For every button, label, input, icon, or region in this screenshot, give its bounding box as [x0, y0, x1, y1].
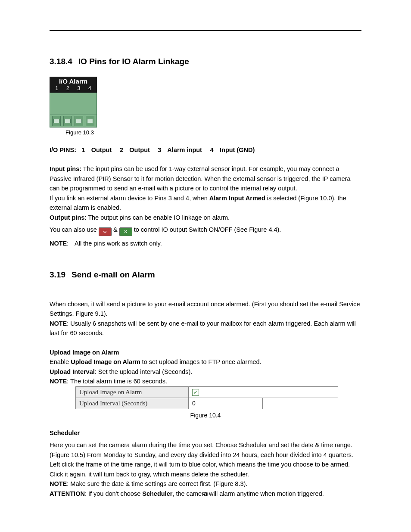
note-text: : The total alarm time is 60 seconds. [67, 378, 167, 385]
io-pin-num: 3 [77, 85, 80, 91]
upload-interval-value-cell [189, 398, 263, 409]
top-rule [50, 30, 361, 31]
io-pins-definition: I/O PINS: 1 Output 2 Output 3 Alarm inpu… [50, 145, 361, 155]
link-pre: If you link an external alarm device to … [50, 195, 209, 202]
section-number: 3.19 [50, 270, 65, 280]
io-pin-num: 2 [66, 85, 69, 91]
io-alarm-connector-body [50, 93, 97, 115]
output-pins-paragraph: Output pins: The output pins can be enab… [50, 213, 361, 222]
io-pins-label: I/O PINS: [50, 146, 76, 153]
io-pin-num: 1 [55, 85, 58, 91]
io-pins-items: 1 Output 2 Output 3 Alarm input 4 Input … [81, 146, 255, 153]
section-heading-io-pins: 3.18.4IO Pins for IO Alarm Linkage [50, 57, 361, 66]
io-terminal [63, 116, 72, 126]
table-row: Upload Interval (Seconds) [76, 398, 338, 409]
figure-caption: Figure 10.4 [50, 412, 361, 419]
io-alarm-label: I/O Alarm [50, 77, 97, 85]
section-title: Send e-mail on Alarm [72, 270, 155, 279]
section-title: IO Pins for IO Alarm Linkage [78, 57, 189, 66]
input-pins-paragraph: Input pins: The input pins can be used f… [50, 164, 361, 193]
note-lead: NOTE [50, 480, 67, 487]
io-terminal [86, 116, 94, 126]
note-lead: NOTE [50, 378, 67, 385]
upload-interval-extra-cell [263, 398, 338, 409]
alarm-input-armed-bold: Alarm Input Armed [209, 195, 265, 202]
upload-enable-pre: Enable [50, 358, 71, 365]
switch-on-icon: ∞ [99, 227, 112, 236]
switch-off-icon: ⤭ [119, 227, 132, 236]
upload-settings-table: Upload Image on Alarm ✓ Upload Interval … [75, 386, 338, 410]
note-text: : Make sure the date & time settings are… [67, 480, 247, 487]
upload-interval-paragraph: Upload Interval: Set the upload interval… [50, 367, 361, 376]
upload-image-heading: Upload Image on Alarm [50, 348, 361, 357]
io-alarm-terminals [50, 115, 97, 128]
note-lead: NOTE [50, 240, 67, 247]
io-pin-num: 4 [88, 85, 91, 91]
upload-enable-post: to set upload images to FTP once alarmed… [140, 358, 262, 365]
note-text: : All the pins work as switch only. [67, 240, 162, 247]
use-pre: You can also use [50, 226, 99, 233]
alarm-input-armed-paragraph: If you link an external alarm device to … [50, 193, 361, 213]
input-pins-text: The input pins can be used for 1-way ext… [50, 165, 350, 192]
document-page: 3.18.4IO Pins for IO Alarm Linkage I/O A… [0, 0, 411, 532]
upload-interval-lead: Upload Interval [50, 368, 95, 375]
note-pins-switch: NOTE: All the pins work as switch only. [50, 239, 361, 248]
note-date-time: NOTE: Make sure the date & time settings… [50, 479, 361, 488]
io-switch-paragraph: You can also use ∞ & ⤭ to control IO out… [50, 225, 361, 236]
input-pins-lead: Input pins: [50, 165, 81, 172]
note-snapshots: NOTE: Usually 6 snapshots will be sent b… [50, 319, 361, 338]
upload-interval-text: : Set the upload interval (Seconds). [95, 368, 193, 375]
scheduler-paragraph: Here you can set the camera alarm during… [50, 440, 361, 479]
upload-image-checkbox[interactable]: ✓ [192, 389, 199, 396]
upload-interval-input[interactable] [192, 400, 259, 407]
note-alarm-time: NOTE: The total alarm time is 60 seconds… [50, 376, 361, 386]
upload-enable-paragraph: Enable Upload Image on Alarm to set uplo… [50, 357, 361, 367]
upload-image-value-cell: ✓ [189, 386, 338, 398]
io-alarm-pin-numbers: 1 2 3 4 [50, 85, 97, 93]
io-terminal [75, 116, 83, 126]
page-number: 49 [0, 492, 411, 497]
output-pins-lead: Output pins [50, 214, 84, 221]
note-text: : Usually 6 snapshots will be sent by on… [50, 320, 356, 336]
figure-caption: Figure 10.3 [50, 129, 106, 136]
io-terminal [52, 116, 61, 126]
section-heading-send-email: 3.19Send e-mail on Alarm [50, 270, 361, 280]
note-lead: NOTE [50, 320, 67, 327]
figure-10-3: I/O Alarm 1 2 3 4 Figure 10.3 [50, 77, 106, 136]
table-row: Upload Image on Alarm ✓ [76, 386, 338, 398]
io-alarm-connector-image: I/O Alarm 1 2 3 4 [50, 77, 97, 128]
upload-image-label-cell: Upload Image on Alarm [76, 386, 189, 398]
scheduler-heading: Scheduler [50, 428, 361, 438]
use-post: to control IO output Switch ON/OFF (See … [132, 226, 281, 233]
send-email-paragraph: When chosen, it will send a picture to y… [50, 299, 361, 319]
output-pins-text: : The output pins can be enable IO linka… [84, 214, 230, 221]
section-number: 3.18.4 [50, 57, 72, 66]
use-amp: & [112, 226, 119, 233]
upload-interval-label-cell: Upload Interval (Seconds) [76, 398, 189, 409]
upload-enable-bold: Upload Image on Alarm [71, 358, 140, 365]
